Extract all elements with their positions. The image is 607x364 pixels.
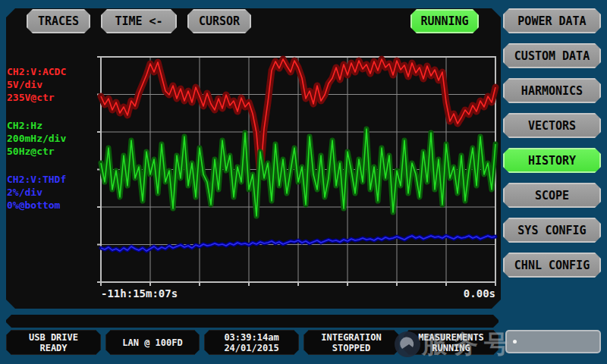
watermark-text: 服务号: [422, 331, 515, 358]
status-tile-integration: INTEGRATION STOPPED: [304, 330, 399, 355]
trace-channel: CH2:V:THDf: [7, 173, 99, 186]
time-button[interactable]: TIME <-: [101, 9, 177, 33]
x-axis-start-label: -11h:15m:07s: [101, 287, 178, 300]
trace-scale: 200mHz/div: [7, 132, 99, 145]
trace-scale: 2%/div: [7, 186, 99, 199]
menu-button-scope[interactable]: SCOPE: [503, 183, 601, 208]
menu-label: POWER DATA: [517, 14, 586, 28]
menu-button-sys-config[interactable]: SYS CONFIG: [503, 218, 601, 243]
status-tile-clock: 03:39:14am 24/01/2015: [204, 330, 299, 355]
menu-label: SYS CONFIG: [517, 224, 586, 237]
status-line: INTEGRATION: [321, 332, 381, 343]
status-line: STOPPED: [332, 343, 371, 353]
cursor-button-label: CURSOR: [199, 14, 240, 28]
watermark-dot: [513, 340, 517, 344]
menu-label: SCOPE: [535, 189, 569, 202]
trace-reference: 235V@ctr: [7, 91, 99, 104]
trace-scale: 5V/div: [7, 78, 99, 91]
menu-button-custom-data[interactable]: CUSTOM DATA: [503, 43, 601, 68]
traces-button[interactable]: TRACES: [27, 9, 90, 33]
softkey-strip: [6, 315, 498, 328]
menu-button-vectors[interactable]: VECTORS: [503, 113, 601, 138]
running-indicator-label: RUNNING: [420, 14, 468, 28]
cursor-button[interactable]: CURSOR: [187, 9, 251, 33]
trace-reference: 50Hz@ctr: [7, 145, 99, 158]
status-tile-usb: USB DRIVE READY: [6, 330, 101, 355]
menu-button-harmonics[interactable]: HARMONICS: [503, 78, 601, 103]
menu-button-history[interactable]: HISTORY: [503, 148, 601, 173]
menu-label: CHNL CONFIG: [514, 259, 590, 272]
traces-button-label: TRACES: [38, 14, 79, 28]
analyzer-screen: TRACES TIME <- CURSOR RUNNING POWER DATA…: [0, 0, 607, 364]
trace-legend-voltage: CH2:V:ACDC 5V/div 235V@ctr: [7, 65, 99, 104]
status-line: READY: [39, 343, 67, 353]
trace-reference: 0%@bottom: [7, 199, 99, 212]
status-line: 24/01/2015: [224, 343, 278, 353]
watermark-blur-box: [505, 330, 601, 353]
trace-legend-frequency: CH2:Hz 200mHz/div 50Hz@ctr: [7, 119, 99, 158]
status-line: 03:39:14am: [224, 332, 278, 343]
status-line: USB DRIVE: [29, 332, 78, 343]
menu-label: HARMONICS: [521, 84, 583, 98]
time-button-label: TIME <-: [115, 14, 162, 28]
x-axis-end-label: 0.00s: [382, 287, 495, 300]
running-indicator[interactable]: RUNNING: [410, 9, 479, 33]
menu-label: HISTORY: [528, 154, 576, 168]
menu-label: CUSTOM DATA: [514, 49, 590, 63]
trace-channel: CH2:V:ACDC: [7, 65, 99, 78]
watermark-logo-icon: [394, 331, 421, 358]
trace-channel: CH2:Hz: [7, 119, 99, 132]
status-line: LAN @ 100FD: [122, 337, 182, 348]
status-tile-lan: LAN @ 100FD: [105, 330, 200, 355]
trace-legend-thd: CH2:V:THDf 2%/div 0%@bottom: [7, 173, 99, 212]
menu-label: VECTORS: [528, 119, 576, 133]
menu-button-chnl-config[interactable]: CHNL CONFIG: [503, 253, 601, 278]
menu-button-power-data[interactable]: POWER DATA: [503, 8, 601, 33]
history-chart: [101, 57, 495, 282]
